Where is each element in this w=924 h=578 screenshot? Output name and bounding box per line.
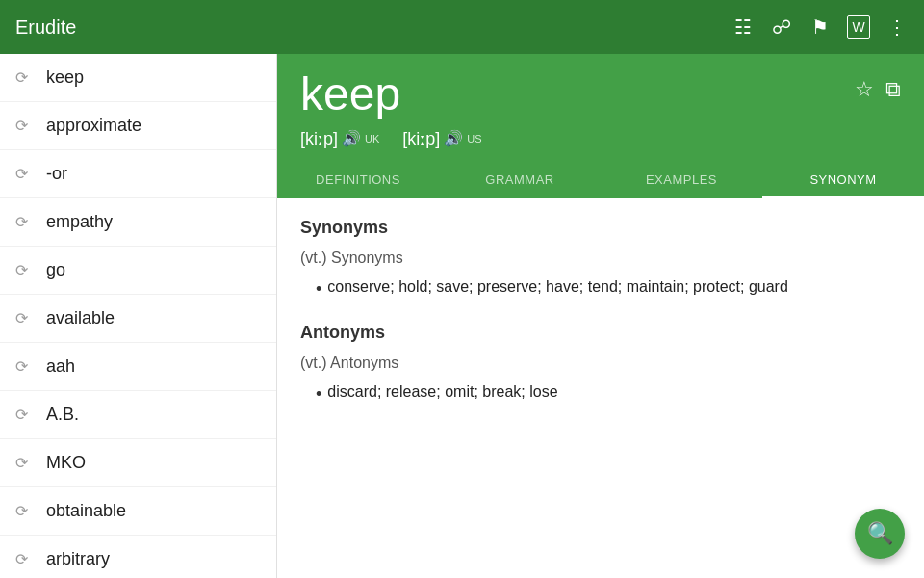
speaker-uk-icon[interactable]: 🔊 xyxy=(342,129,361,147)
sidebar-item-or[interactable]: ⟳ -or xyxy=(0,150,276,198)
history-icon: ⟳ xyxy=(15,68,35,87)
history-icon: ⟳ xyxy=(15,309,35,328)
speaker-us-icon[interactable]: 🔊 xyxy=(444,129,463,147)
definition-content: Synonyms (vt.) Synonyms • conserve; hold… xyxy=(277,198,924,578)
topbar: Erudite ☷ ☍ ⚑ W ⋮ xyxy=(0,0,924,54)
bullet-icon: • xyxy=(316,276,321,303)
sidebar-item-label: keep xyxy=(46,67,84,88)
antonyms-section-title: Antonyms xyxy=(300,323,901,343)
more-icon[interactable]: ⋮ xyxy=(886,15,909,39)
sidebar-item-aah[interactable]: ⟳ aah xyxy=(0,343,276,391)
app-title: Erudite xyxy=(15,16,732,39)
sidebar-item-label: obtainable xyxy=(46,501,126,521)
sidebar-item-arbitrary[interactable]: ⟳ arbitrary xyxy=(0,536,276,578)
antonyms-section: Antonyms (vt.) Antonyms • discard; relea… xyxy=(300,323,901,408)
star-icon[interactable]: ☆ xyxy=(855,77,874,102)
sidebar-item-empathy[interactable]: ⟳ empathy xyxy=(0,198,276,247)
tab-examples[interactable]: EXAMPLES xyxy=(601,161,762,198)
word-title: keep xyxy=(300,69,400,120)
sidebar-item-label: available xyxy=(46,308,115,328)
tabs: DEFINITIONS GRAMMAR EXAMPLES SYNONYM xyxy=(277,161,924,198)
tab-synonym[interactable]: SYNONYM xyxy=(762,161,924,198)
pronunciation-uk: [kiːp] 🔊 UK xyxy=(300,128,379,149)
history-icon: ⟳ xyxy=(15,117,35,135)
sidebar-item-available[interactable]: ⟳ available xyxy=(0,295,276,343)
sidebar-item-label: empathy xyxy=(46,212,113,232)
antonyms-pos-label: (vt.) Antonyms xyxy=(300,355,901,372)
pron-uk-locale: UK xyxy=(365,133,379,144)
synonyms-list: • conserve; hold; save; preserve; have; … xyxy=(316,275,901,303)
pron-us-locale: US xyxy=(467,133,481,144)
word-header-actions: ☆ ⧉ xyxy=(855,69,901,102)
history-icon: ⟳ xyxy=(15,213,35,231)
history-icon: ⟳ xyxy=(15,502,35,520)
sidebar-item-label: approximate xyxy=(46,116,141,136)
history-icon: ⟳ xyxy=(15,550,35,568)
content-panel: keep ☆ ⧉ [kiːp] 🔊 UK [kiːp] 🔊 US xyxy=(277,54,924,578)
word-header: keep ☆ ⧉ [kiːp] 🔊 UK [kiːp] 🔊 US xyxy=(277,54,924,161)
tab-definitions[interactable]: DEFINITIONS xyxy=(277,161,439,198)
pronunciation-us: [kiːp] 🔊 US xyxy=(402,128,481,149)
history-icon: ⟳ xyxy=(15,261,35,279)
sidebar-item-obtainable[interactable]: ⟳ obtainable xyxy=(0,487,276,536)
antonyms-list: • discard; release; omit; break; lose xyxy=(316,380,901,408)
history-icon: ⟳ xyxy=(15,357,35,376)
pronunciation-row: [kiːp] 🔊 UK [kiːp] 🔊 US xyxy=(300,120,901,161)
sidebar-item-label: A.B. xyxy=(46,405,79,425)
bullet-icon-2: • xyxy=(316,381,321,408)
sidebar-item-mko[interactable]: ⟳ MKO xyxy=(0,439,276,487)
sidebar-item-label: go xyxy=(46,260,65,280)
sidebar: ⟳ keep ⟳ approximate ⟳ -or ⟳ empathy ⟳ g… xyxy=(0,54,277,578)
sidebar-item-label: -or xyxy=(46,164,67,184)
topbar-actions: ☷ ☍ ⚑ W ⋮ xyxy=(732,15,909,39)
pron-us-text: [kiːp] xyxy=(402,128,440,149)
flashcard-icon[interactable]: ☷ xyxy=(732,15,755,39)
history-icon: ⟳ xyxy=(15,406,35,424)
sidebar-item-label: aah xyxy=(46,356,75,377)
tab-grammar[interactable]: GRAMMAR xyxy=(439,161,601,198)
sidebar-item-label: arbitrary xyxy=(46,549,110,569)
synonyms-pos-label: (vt.) Synonyms xyxy=(300,250,901,267)
main-layout: ⟳ keep ⟳ approximate ⟳ -or ⟳ empathy ⟳ g… xyxy=(0,54,924,578)
sidebar-item-approximate[interactable]: ⟳ approximate xyxy=(0,102,276,150)
history-icon: ⟳ xyxy=(15,454,35,472)
search-icon: 🔍 xyxy=(867,521,893,546)
synonyms-text: conserve; hold; save; preserve; have; te… xyxy=(327,275,788,300)
copy-icon[interactable]: ⧉ xyxy=(886,77,901,102)
search-fab[interactable]: 🔍 xyxy=(855,509,905,559)
pron-uk-text: [kiːp] xyxy=(300,128,338,149)
sidebar-item-label: MKO xyxy=(46,453,86,473)
sidebar-item-keep[interactable]: ⟳ keep xyxy=(0,54,276,102)
book-icon[interactable]: ☍ xyxy=(770,15,793,39)
word-header-top: keep ☆ ⧉ xyxy=(300,69,901,120)
bookmark-icon[interactable]: ⚑ xyxy=(808,15,832,39)
ms-word-icon[interactable]: W xyxy=(847,15,870,39)
synonyms-section-title: Synonyms xyxy=(300,218,901,238)
sidebar-item-go[interactable]: ⟳ go xyxy=(0,247,276,295)
history-icon: ⟳ xyxy=(15,165,35,183)
sidebar-item-ab[interactable]: ⟳ A.B. xyxy=(0,391,276,439)
antonyms-text: discard; release; omit; break; lose xyxy=(327,380,557,405)
